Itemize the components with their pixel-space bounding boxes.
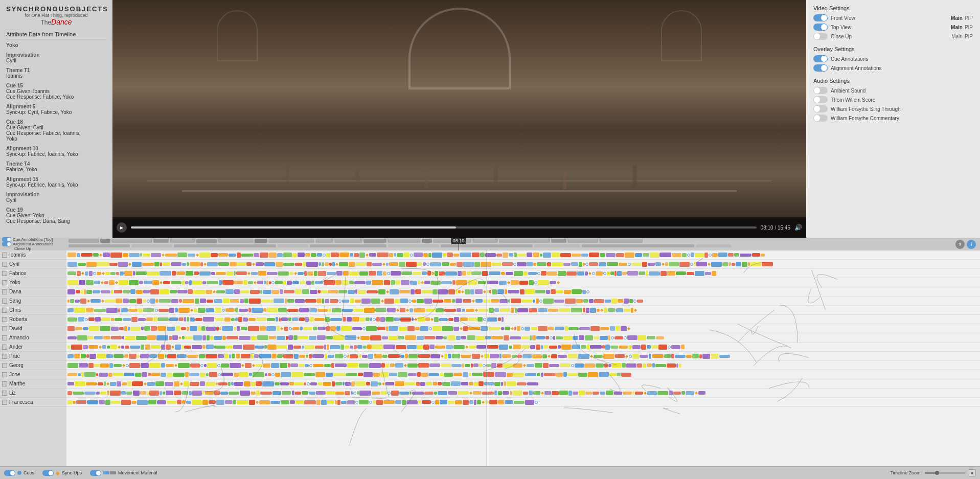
ambient-sound-toggle[interactable] [813,87,828,94]
front-view-row: Front View Main PIP [813,14,973,21]
track-ander[interactable]: ◆◆◆◆ [66,343,980,352]
logo-area: SYNCHRONOUSOBJECTS for One Flat Thing, r… [6,5,106,26]
wf-commentary-toggle[interactable] [813,115,828,122]
track-fabrice[interactable]: ◆◆◆◆◆ [66,269,980,278]
dancer-checkbox-jone[interactable] [2,372,7,377]
track-label-ioannis: Ioannis [0,250,66,260]
play-button[interactable]: ▶ [117,222,127,233]
attr-yoko: Yoko [6,42,106,48]
dancer-checkbox-amancio[interactable] [2,335,7,340]
zoom-control: Timeline Zoom: ■ [890,469,976,476]
track-marthe[interactable]: ◆◆◆◆ [66,379,980,389]
close-up-toggle[interactable] [813,33,828,40]
track-cyril[interactable]: ◆◆◆◆◆◆◆ [66,260,980,269]
track-georg[interactable]: ◆◆◆◆◆◆ [66,361,980,370]
dancer-checkbox-yoko[interactable] [2,280,7,285]
wf-commentary-label: William Forsythe Commentary [831,116,973,121]
attr-cue-19: Cue 19 Cue Given: Yoko Cue Response: Dan… [6,207,106,224]
dancer-checkbox-david[interactable] [2,326,7,331]
track-roberta[interactable]: ◆◆ [66,315,980,324]
cue-annotations-toggle[interactable] [813,55,828,62]
track-dana[interactable]: ◆◆◆◆ [66,287,980,296]
close-up-pip[interactable]: PIP [965,34,973,39]
track-label-sang: Sang [0,296,66,306]
dancer-checkbox-chris[interactable] [2,308,7,313]
track-amancio[interactable]: ◆◆ [66,333,980,343]
dancer-checkbox-cyril[interactable] [2,262,7,267]
dancer-checkbox-marthe[interactable] [2,381,7,386]
track-label-prue: Prue [0,352,66,361]
attr-section-title: Attribute Data from Timeline [6,31,106,39]
alignment-annotations-row: Alignment Annotations [813,64,973,72]
front-view-toggle[interactable] [813,14,828,21]
logo-main: SYNCHRONOUSOBJECTS [6,5,106,13]
syncups-toggle[interactable] [42,470,54,476]
dancer-checkbox-dana[interactable] [2,289,7,294]
wf-sing-toggle[interactable] [813,105,828,112]
track-david[interactable]: ◆◆◆◆ [66,324,980,333]
track-label-cyril: Cyril [0,260,66,269]
dancer-checkbox-georg[interactable] [2,363,7,368]
wf-sing-label: William Forsythe Sing Through [831,106,973,112]
track-label-yoko: Yoko [0,278,66,287]
top-view-toggle[interactable] [813,24,828,31]
track-label-marthe: Marthe [0,379,66,389]
header-bands [66,238,980,250]
thom-score-toggle[interactable] [813,96,828,103]
dancer-checkbox-sang[interactable] [2,299,7,304]
video-settings-section: Video Settings Front View Main PIP Top V… [813,5,973,40]
zoom-out-button[interactable]: ■ [969,469,976,476]
dancer-checkbox-ioannis[interactable] [2,253,7,258]
movement-toggle[interactable] [90,470,101,476]
track-label-chris: Chris [0,306,66,315]
video-display: ▶ 08:10 / 15:45 🔊 [112,0,806,238]
front-view-label: Front View [831,15,948,21]
progress-bar[interactable] [131,226,757,229]
alignment-annotations-label: Alignment Annotations [831,65,973,71]
track-liz[interactable]: ◆◆◆◆ [66,389,980,398]
track-labels: IoannisCyrilFabriceYokoDanaSangChrisRobe… [0,250,66,466]
time-bubble: 08:10 [451,238,467,244]
track-label-amancio: Amancio [0,333,66,343]
dancer-checkbox-liz[interactable] [2,391,7,396]
close-up-main[interactable]: Main [951,34,963,39]
track-prue[interactable]: ◆◆◆◆◆ [66,352,980,361]
track-chris[interactable]: ◆◆◆◆◆◆ [66,306,980,315]
alignment-annotations-toggle[interactable] [813,64,828,72]
track-sang[interactable]: ◆◆◆◆ [66,296,980,306]
wf-sing-row: William Forsythe Sing Through [813,105,973,112]
cues-label: Cues [24,470,34,475]
dancer-checkbox-roberta[interactable] [2,317,7,322]
cue-top-toggle[interactable] [2,237,11,242]
dancer-checkbox-fabrice[interactable] [2,271,7,276]
track-content[interactable]: ◆◆◆◆◆◆◆◆◆◆◆◆◆◆◆◆◆◆◆◆◆◆◆◆◆◆◆◆◆◆◆◆◆◆◆◆◆◆◆◆… [66,250,980,466]
front-view-pip[interactable]: PIP [965,15,973,21]
close-up-tl-label: Close Up [14,246,31,251]
volume-button[interactable]: 🔊 [794,224,802,231]
syncups-label: Sync-Ups [62,470,82,475]
align-ann-toggle[interactable] [2,242,11,246]
cues-toggle[interactable] [4,470,15,476]
close-up-row: Close Up Main PIP [813,33,973,40]
help-button[interactable]: ? [955,240,965,249]
dancer-checkbox-francesca[interactable] [2,400,7,405]
track-francesca[interactable]: ◆◆ [66,398,980,407]
time-display: 08:10 / 15:45 [761,225,790,231]
front-view-main[interactable]: Main [951,15,963,21]
track-label-roberta: Roberta [0,315,66,324]
track-jone[interactable] [66,370,980,379]
top-view-pip[interactable]: PIP [965,25,973,30]
left-panel: SYNCHRONOUSOBJECTS for One Flat Thing, r… [0,0,112,238]
dancer-checkbox-ander[interactable] [2,345,7,350]
info-button[interactable]: i [967,240,976,249]
track-yoko[interactable]: ◆◆◆◆◆◆◆ [66,278,980,287]
attr-align-15: Alignment 15 Sync-up: Fabrice, Ioannis, … [6,176,106,188]
top-view-main[interactable]: Main [951,25,963,30]
overlay-settings-section: Overlay Settings Cue Annotations Alignme… [813,46,973,72]
timeline-tracks: IoannisCyrilFabriceYokoDanaSangChrisRobe… [0,250,980,466]
dancer-checkbox-prue[interactable] [2,354,7,359]
track-ioannis[interactable]: ◆◆◆◆ [66,250,980,260]
zoom-slider[interactable] [925,472,966,474]
attr-align-10: Alignment 10 Sync-up: Fabrice, Ioannis, … [6,146,106,157]
arch-window [408,8,511,89]
